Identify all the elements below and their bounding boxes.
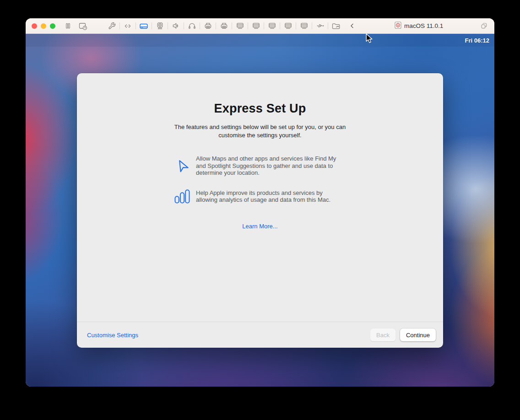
menu-bar: Fri 06:12 <box>26 34 494 47</box>
feature-list: Allow Maps and other apps and services l… <box>174 155 352 204</box>
removable-drive-icon[interactable] <box>283 22 292 31</box>
feature-location: Allow Maps and other apps and services l… <box>174 155 352 177</box>
vm-display: Fri 06:12 Express Set Up The features an… <box>26 34 494 387</box>
removable-drive-icon[interactable] <box>251 22 260 31</box>
toolbar-separator <box>280 22 280 29</box>
feature-analytics: Help Apple improve its products and serv… <box>174 189 352 204</box>
headphones-icon[interactable] <box>187 22 196 31</box>
zoom-button[interactable] <box>50 23 55 29</box>
vm-control-cluster <box>63 18 87 33</box>
vm-window: macOS 11.0.1 Fri 06:12 Express Set Up Th… <box>26 18 494 387</box>
primary-drive-icon[interactable] <box>139 22 148 31</box>
console-icon[interactable] <box>123 22 132 31</box>
toolbar-separator <box>232 22 232 29</box>
mouse-cursor <box>366 33 373 45</box>
continue-button[interactable]: Continue <box>400 328 436 341</box>
page-title: Express Set Up <box>77 102 443 116</box>
shared-folder-icon[interactable] <box>331 22 341 31</box>
analytics-bars-icon <box>174 189 190 204</box>
tools-icon[interactable] <box>107 22 116 31</box>
removable-drive-icon[interactable] <box>267 22 276 31</box>
window-overview-icon[interactable] <box>480 22 488 30</box>
removable-drive-icon[interactable] <box>299 22 309 31</box>
printer-2-icon[interactable] <box>219 22 228 31</box>
vm-title-text: macOS 11.0.1 <box>404 22 443 29</box>
toolbar-separator <box>296 22 296 29</box>
learn-more-link[interactable]: Learn More... <box>77 223 443 230</box>
close-button[interactable] <box>32 23 37 29</box>
sound-icon[interactable] <box>171 22 180 31</box>
vm-title: macOS 11.0.1 <box>395 18 443 33</box>
camera-icon[interactable] <box>155 22 164 31</box>
removable-drive-icon[interactable] <box>235 22 244 31</box>
back-button[interactable]: Back <box>370 328 395 341</box>
location-arrow-icon <box>174 159 190 172</box>
snapshots-icon[interactable] <box>78 22 87 31</box>
pause-icon[interactable] <box>63 22 72 31</box>
minimize-button[interactable] <box>41 23 46 29</box>
traffic-lights <box>32 23 55 29</box>
express-setup-dialog: Express Set Up The features and settings… <box>77 73 443 348</box>
toolbar-separator <box>264 22 264 29</box>
usb-icon[interactable] <box>315 22 325 31</box>
vm-document-icon <box>395 22 401 31</box>
toolbar-separator <box>312 22 312 29</box>
toolbar-separator <box>184 22 184 29</box>
feature-analytics-text: Help Apple improve its products and serv… <box>196 189 345 204</box>
hide-toolbar-icon[interactable] <box>349 22 355 31</box>
vm-window-titlebar[interactable]: macOS 11.0.1 <box>26 18 494 34</box>
menu-bar-clock[interactable]: Fri 06:12 <box>465 37 489 44</box>
toolbar-separator <box>119 22 120 29</box>
toolbar-separator <box>328 22 328 29</box>
customise-settings-link[interactable]: Customise Settings <box>87 332 138 339</box>
dialog-subtitle: The features and settings below will be … <box>161 123 359 139</box>
toolbar-separator <box>168 22 168 29</box>
vm-toolbar <box>107 18 355 33</box>
feature-location-text: Allow Maps and other apps and services l… <box>196 155 345 177</box>
toolbar-separator <box>200 22 200 29</box>
printer-icon[interactable] <box>203 22 212 31</box>
toolbar-separator <box>152 22 152 29</box>
dialog-footer: Customise Settings Back Continue <box>77 322 443 348</box>
toolbar-separator <box>135 22 136 29</box>
toolbar-separator <box>216 22 216 29</box>
toolbar-separator <box>248 22 248 29</box>
